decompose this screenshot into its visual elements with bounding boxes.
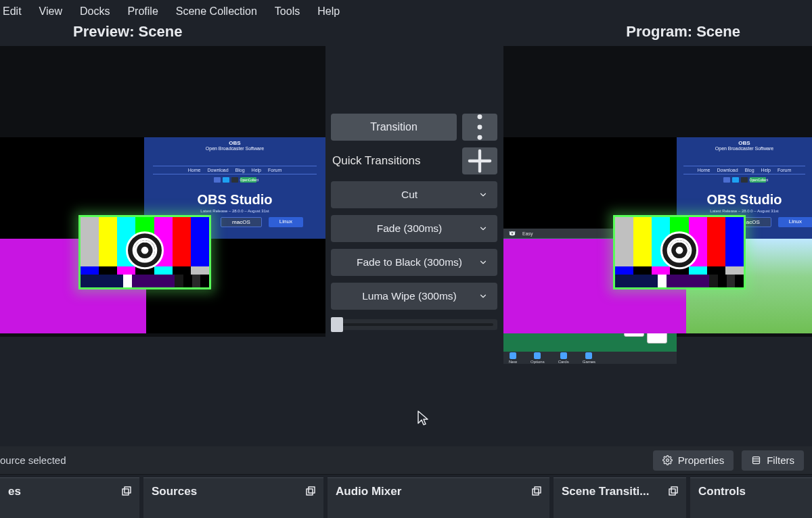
preview-testcard-icon <box>78 215 211 289</box>
dock-controls[interactable]: Controls <box>690 477 812 518</box>
download-macos: macOS <box>221 217 262 227</box>
svg-point-9 <box>666 459 669 462</box>
obs-subhero: Latest Release – 28.0.0 – August 31st <box>200 209 269 213</box>
dock-audio-mixer[interactable]: Audio Mixer <box>328 477 549 518</box>
svg-rect-14 <box>125 487 131 493</box>
popout-icon[interactable] <box>304 485 317 497</box>
sol-toolbar: New Options Cards Games <box>503 352 677 364</box>
quick-transition-fade-to-black[interactable]: Fade to Black (300ms) <box>331 249 497 276</box>
source-context-toolbar: ource selected Properties Filters <box>0 446 812 475</box>
sol-level: Easy <box>522 231 533 236</box>
program-title: Program: Scene <box>626 23 740 41</box>
no-source-selected-label: ource selected <box>0 454 66 466</box>
dock-sources[interactable]: Sources <box>143 477 323 518</box>
svg-rect-13 <box>122 489 129 495</box>
download-linux: Linux <box>269 217 303 227</box>
properties-label: Properties <box>678 454 724 466</box>
transition-button[interactable]: Transition <box>331 114 457 141</box>
program-testcard-icon <box>613 215 746 289</box>
preview-viewport[interactable]: OBS Open Broadcaster Software HomeDownlo… <box>0 46 325 337</box>
chevron-down-icon <box>478 258 488 267</box>
stage-titles: Preview: Scene Program: Scene <box>0 23 812 46</box>
transition-controls: Transition Quick Transitions Cut Fade (3… <box>331 114 497 330</box>
svg-rect-17 <box>533 489 539 495</box>
preview-title: Preview: Scene <box>73 23 182 41</box>
menu-scene-collection[interactable]: Scene Collection <box>176 5 257 18</box>
svg-rect-18 <box>535 487 541 493</box>
menu-profile[interactable]: Profile <box>127 5 158 18</box>
menubar: Edit View Docks Profile Scene Collection… <box>0 0 812 23</box>
filters-label: Filters <box>767 454 794 466</box>
popout-icon[interactable] <box>531 485 543 497</box>
properties-button[interactable]: Properties <box>653 450 734 471</box>
dock-audio-title: Audio Mixer <box>336 485 401 498</box>
transition-settings-button[interactable] <box>462 114 497 141</box>
svg-point-5 <box>478 125 482 130</box>
obs-logo-icon <box>126 231 164 269</box>
dock-scenes-title: es <box>8 485 21 498</box>
obs-small-title: OBS <box>206 140 264 146</box>
gear-icon <box>662 455 673 465</box>
svg-rect-16 <box>309 487 315 493</box>
popout-icon[interactable] <box>667 485 679 497</box>
obs-logo-icon <box>660 231 698 269</box>
dock-sources-title: Sources <box>152 485 197 498</box>
quick-transitions-label: Quick Transitions <box>331 151 457 170</box>
obs-download-row: macOS Linux <box>221 217 303 227</box>
dock-controls-title: Controls <box>698 485 746 498</box>
menu-help[interactable]: Help <box>317 5 340 18</box>
bear-icon: 🐻‍❄️ <box>509 231 516 237</box>
svg-rect-10 <box>753 457 760 464</box>
quick-transition-fade[interactable]: Fade (300ms) <box>331 215 497 242</box>
chevron-down-icon <box>478 291 488 301</box>
menu-edit[interactable]: Edit <box>3 5 22 18</box>
cursor-icon <box>417 410 429 426</box>
obs-small-sub: Open Broadcaster Software <box>206 146 264 151</box>
plus-icon <box>462 143 497 179</box>
svg-point-1 <box>141 247 149 254</box>
menu-docks[interactable]: Docks <box>80 5 110 18</box>
obs-hero: OBS Studio <box>197 192 272 208</box>
svg-rect-20 <box>671 487 677 493</box>
quick-transition-luma-wipe[interactable]: Luma Wipe (300ms) <box>331 283 497 310</box>
dock-scenes[interactable]: es <box>0 477 139 518</box>
menu-view[interactable]: View <box>39 5 62 18</box>
chevron-down-icon <box>478 224 488 233</box>
filters-icon <box>751 455 761 465</box>
t-bar-slider[interactable] <box>331 319 497 330</box>
svg-point-4 <box>478 114 482 119</box>
svg-point-6 <box>478 135 482 140</box>
menu-tools[interactable]: Tools <box>275 5 300 18</box>
filters-button[interactable]: Filters <box>742 450 804 471</box>
t-bar-handle[interactable] <box>331 317 343 332</box>
dock-transitions-title: Scene Transiti... <box>562 485 649 498</box>
program-viewport[interactable]: 🐻‍❄️ Easy Score 0 0:00 <box>503 46 812 337</box>
svg-rect-19 <box>669 489 675 495</box>
svg-point-3 <box>676 247 683 254</box>
svg-rect-15 <box>307 489 313 495</box>
dock-row: es Sources Audio Mixer Scene Transiti...… <box>0 477 812 518</box>
more-vertical-icon <box>462 110 497 145</box>
quick-transition-cut[interactable]: Cut <box>331 181 497 208</box>
obs-badges: OpenCollect <box>214 177 256 183</box>
obs-nav: HomeDownload BlogHelp Forum <box>153 166 316 174</box>
dock-scene-transitions[interactable]: Scene Transiti... <box>554 477 686 518</box>
stage: OBS Open Broadcaster Software HomeDownlo… <box>0 46 812 444</box>
chevron-down-icon <box>478 190 488 199</box>
popout-icon[interactable] <box>120 485 133 497</box>
add-quick-transition-button[interactable] <box>462 147 497 174</box>
